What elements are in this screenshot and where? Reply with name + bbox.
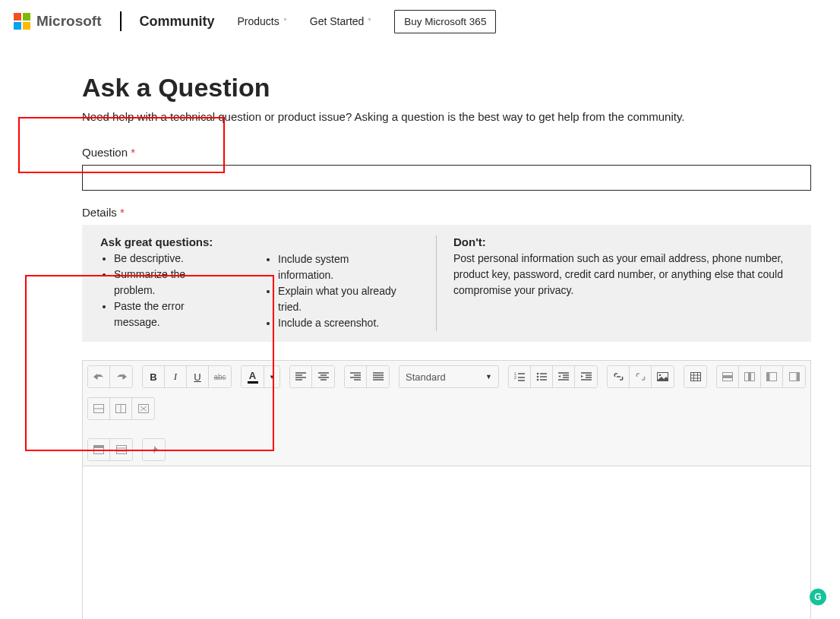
tips-col2: Include system information. Explain what… (264, 251, 406, 331)
table-icon (690, 372, 701, 381)
undo-button[interactable] (88, 366, 110, 387)
page-content: Ask a Question Need help with a technica… (29, 43, 811, 619)
align-center-button[interactable] (312, 366, 334, 387)
link-icon (613, 372, 624, 381)
details-label-text: Details (82, 206, 117, 219)
table-split-icon (115, 404, 126, 413)
ordered-list-icon: 12 (514, 372, 525, 381)
italic-button[interactable]: I (165, 366, 187, 387)
tips-dont: Don't: Post personal information such as… (436, 235, 793, 331)
grammarly-badge[interactable]: G (810, 589, 826, 605)
buy-microsoft-365-button[interactable]: Buy Microsoft 365 (394, 10, 496, 33)
indent-button[interactable] (575, 366, 597, 387)
tip-item: Be descriptive. (114, 251, 219, 267)
insert-table-button[interactable] (684, 366, 706, 387)
table-col-icon (744, 372, 755, 381)
nav-divider (120, 11, 122, 31)
svg-rect-20 (94, 446, 104, 449)
question-input[interactable] (82, 165, 811, 191)
unordered-list-icon (536, 372, 547, 381)
tip-item: Summarize the problem. (114, 267, 219, 298)
toolbar-list-group: 12 (508, 365, 598, 388)
table-insert-col-right-button[interactable] (783, 366, 805, 387)
image-button[interactable] (652, 366, 674, 387)
unlink-button[interactable] (630, 366, 652, 387)
table-col-button[interactable] (739, 366, 761, 387)
align-right-icon (350, 372, 361, 381)
align-center-icon (318, 372, 329, 381)
chevron-down-icon: ˅ (368, 17, 371, 26)
svg-rect-11 (748, 373, 751, 381)
pin-button[interactable] (143, 439, 165, 460)
ordered-list-button[interactable]: 12 (509, 366, 531, 387)
table-header-col-icon (116, 445, 127, 454)
underline-button[interactable]: U (187, 366, 209, 387)
table-col-right-icon (789, 372, 800, 381)
font-style-select[interactable]: Standard ▼ (399, 365, 499, 388)
table-delete-icon (138, 404, 149, 413)
svg-rect-21 (116, 446, 126, 454)
microsoft-logo-link[interactable]: Microsoft (14, 13, 102, 30)
required-indicator: * (131, 146, 135, 159)
tips-col1: Be descriptive. Summarize the problem. P… (100, 251, 219, 330)
align-right-button[interactable] (345, 366, 367, 387)
page-title: Ask a Question (82, 73, 811, 103)
table-insert-col-left-button[interactable] (761, 366, 783, 387)
align-left-button[interactable] (290, 366, 312, 387)
svg-rect-13 (767, 373, 770, 381)
text-color-button[interactable]: A (242, 366, 264, 387)
caret-down-icon: ▼ (485, 373, 492, 381)
editor-toolbar: B I U abc A ▼ (83, 361, 810, 466)
table-row-icon (722, 372, 733, 381)
microsoft-logo-icon (14, 13, 30, 30)
toolbar-table-cell-group (87, 397, 155, 420)
align-left-icon (295, 372, 306, 381)
nav-community[interactable]: Community (140, 14, 215, 30)
svg-rect-15 (796, 373, 799, 381)
strikethrough-button[interactable]: abc (209, 366, 231, 387)
toolbar-misc-group (142, 438, 166, 461)
nav-get-started[interactable]: Get Started ˅ (310, 15, 372, 27)
pin-icon (149, 445, 159, 455)
tip-item: Include system information. (278, 251, 406, 283)
tip-item: Explain what you already tried. (278, 283, 406, 315)
svg-point-2 (537, 373, 539, 375)
link-button[interactable] (608, 366, 630, 387)
top-nav: Microsoft Community Products ˅ Get Start… (0, 0, 840, 43)
editor-textarea[interactable] (83, 466, 810, 619)
redo-button[interactable] (110, 366, 132, 387)
tips-dont-heading: Don't: (453, 235, 793, 248)
page-subtitle: Need help with a technical question or p… (82, 110, 811, 123)
text-color-swatch-icon (248, 381, 258, 384)
toolbar-align-group-1 (289, 365, 335, 388)
toolbar-history-group (87, 365, 133, 388)
text-color-dropdown-button[interactable]: ▼ (264, 366, 279, 387)
nav-products-label: Products (238, 15, 279, 27)
table-row-button[interactable] (717, 366, 739, 387)
toolbar-table-group (684, 365, 707, 388)
toolbar-color-group: A ▼ (241, 365, 280, 388)
svg-point-6 (659, 374, 662, 377)
unordered-list-button[interactable] (531, 366, 553, 387)
table-delete-button[interactable] (132, 398, 154, 419)
table-merge-button[interactable] (88, 398, 110, 419)
nav-get-started-label: Get Started (310, 15, 365, 27)
table-header-col-button[interactable] (110, 439, 132, 460)
table-col-left-icon (766, 372, 777, 381)
toolbar-table-ops-group (716, 365, 806, 388)
tips-ask-heading: Ask great questions: (100, 235, 219, 248)
required-indicator: * (120, 206, 125, 219)
bold-button[interactable]: B (143, 366, 165, 387)
svg-rect-9 (723, 375, 733, 378)
table-header-row-button[interactable] (88, 439, 110, 460)
outdent-icon (558, 372, 569, 381)
question-label: Question * (82, 146, 811, 159)
chevron-down-icon: ˅ (283, 17, 287, 26)
nav-products[interactable]: Products ˅ (238, 15, 287, 27)
caret-down-icon: ▼ (269, 374, 275, 381)
table-split-button[interactable] (110, 398, 132, 419)
outdent-button[interactable] (553, 366, 575, 387)
tips-panel: Ask great questions: Be descriptive. Sum… (82, 225, 811, 342)
font-style-label: Standard (406, 371, 446, 383)
align-justify-button[interactable] (367, 366, 389, 387)
